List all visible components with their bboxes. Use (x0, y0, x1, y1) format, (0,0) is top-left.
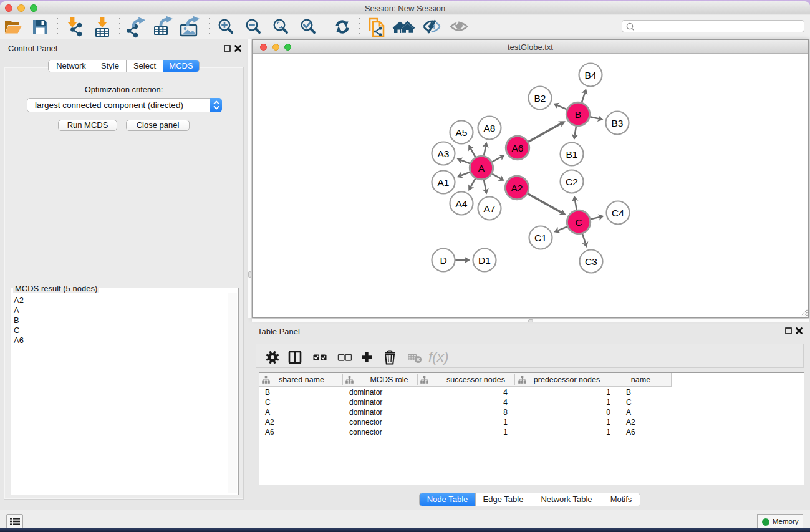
svg-text:A2: A2 (511, 183, 523, 193)
svg-text:C2: C2 (566, 177, 578, 187)
svg-text:C1: C1 (534, 233, 547, 243)
svg-text:D1: D1 (478, 255, 491, 266)
svg-text:A7: A7 (484, 203, 496, 214)
svg-text:D: D (440, 255, 446, 266)
svg-text:B1: B1 (566, 149, 578, 160)
svg-text:A: A (478, 163, 485, 173)
svg-text:C4: C4 (612, 208, 624, 218)
svg-text:B2: B2 (534, 93, 546, 104)
svg-text:B3: B3 (612, 118, 624, 128)
svg-text:B4: B4 (585, 70, 597, 80)
svg-text:A5: A5 (456, 127, 468, 138)
svg-text:A8: A8 (484, 123, 496, 133)
svg-text:A3: A3 (438, 148, 450, 159)
svg-text:B: B (575, 109, 581, 120)
svg-text:A4: A4 (456, 198, 468, 209)
svg-text:C: C (575, 217, 582, 228)
svg-text:f(x): f(x) (428, 349, 449, 365)
svg-text:A1: A1 (438, 177, 450, 188)
svg-text:C3: C3 (585, 256, 597, 267)
svg-text:A6: A6 (512, 143, 524, 153)
